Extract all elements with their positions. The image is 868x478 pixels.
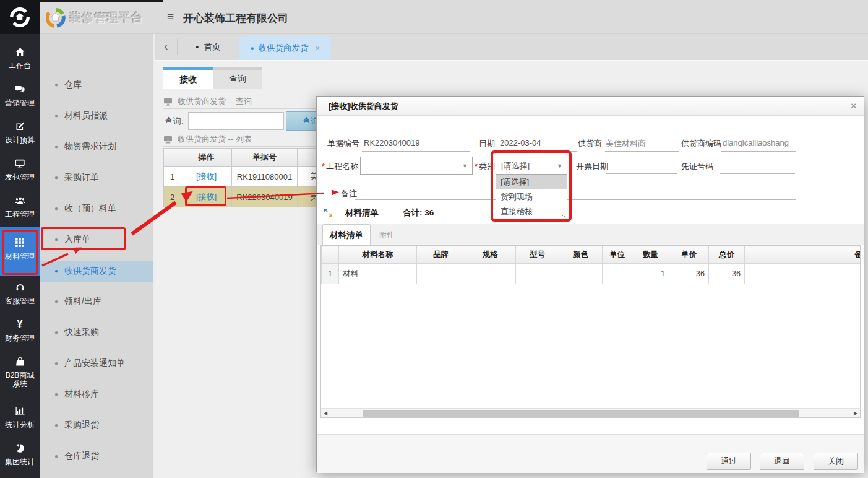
receive-delivery-modal: [接收]收供货商发货 × 单据编号 RK2203040019 日期 2022-0…: [316, 96, 864, 472]
col-material-name: 材料名称: [339, 246, 417, 264]
scrollbar-thumb[interactable]: [363, 410, 799, 417]
option-goods-on-site[interactable]: 货到现场: [496, 189, 567, 204]
icon-sidebar: 工作台 营销管理 设计预算 发包管理 工程管理 材料管理 客服管理 ¥ 财务管理: [0, 0, 40, 478]
chat-icon: [0, 83, 40, 95]
sidebar-item-workbench[interactable]: 工作台: [0, 41, 40, 78]
menu-item-warehouse-return[interactable]: ●仓库退货: [40, 446, 153, 467]
back-chevron-icon[interactable]: ‹: [164, 39, 168, 53]
category-select[interactable]: [请选择] ▼: [496, 157, 567, 175]
query-input[interactable]: [188, 112, 284, 130]
col-total-price: 总价: [709, 246, 745, 264]
close-button[interactable]: 关闭: [814, 453, 858, 470]
materials-header-row: 材料名称 品牌 规格 型号 颜色 单位 数量 单价 总价 备注: [322, 246, 861, 264]
col-doc-no: 单据号: [232, 149, 298, 167]
chevron-down-icon: ▼: [557, 163, 562, 169]
list-section-header: 收供货商发货 -- 列表: [163, 134, 252, 145]
option-please-select[interactable]: [请选择]: [496, 175, 567, 189]
cell-color: [559, 264, 603, 284]
cell-total-price: 36: [709, 264, 745, 284]
sidebar-item-customer-service[interactable]: 客服管理: [0, 276, 40, 313]
supplier-code-label: 供货商编码: [681, 138, 721, 149]
required-asterisk: *: [475, 162, 478, 171]
sidebar-item-design-budget[interactable]: 设计预算: [0, 115, 40, 152]
voucher-no-label: 凭证号码: [681, 161, 713, 172]
sidebar-item-engineering[interactable]: 工程管理: [0, 189, 40, 227]
project-name-select[interactable]: ▼: [360, 157, 473, 175]
bullet-icon: ●: [54, 268, 58, 274]
tab-home[interactable]: ● 首页: [187, 34, 229, 60]
cell-row-num: 1: [322, 264, 339, 284]
material-list-title: 材料清单: [345, 207, 379, 219]
tab-attachments[interactable]: 附件: [372, 224, 401, 246]
menu-item-purchase-return[interactable]: ●采购退货: [40, 415, 153, 436]
materials-table: 材料名称 品牌 规格 型号 颜色 单位 数量 单价 总价 备注 1 材料: [321, 246, 861, 284]
menu-icon[interactable]: ≡: [167, 11, 174, 23]
tab-close-icon[interactable]: ×: [315, 43, 320, 53]
bullet-icon: ●: [54, 453, 58, 459]
platform-name: 装修管理平台: [69, 10, 144, 26]
scroll-right-icon[interactable]: ▶: [851, 409, 860, 417]
tab-material-list[interactable]: 材料清单: [322, 224, 371, 246]
sidebar-item-finance[interactable]: ¥ 财务管理: [0, 313, 40, 350]
sidebar-item-b2b-mall[interactable]: B2B商城系统: [0, 350, 40, 400]
approve-button[interactable]: 通过: [707, 453, 751, 470]
receive-link[interactable]: [接收]: [196, 172, 217, 181]
cell-qty: 1: [632, 264, 669, 284]
remark-input[interactable]: [355, 199, 796, 200]
bullet-icon: ●: [54, 206, 58, 212]
invoice-date-label: 开票日期: [576, 161, 608, 172]
expand-arrows-icon[interactable]: [324, 208, 333, 217]
resize-grip-icon[interactable]: [561, 212, 566, 218]
monitor-icon: [0, 157, 40, 170]
menu-item-quick-purchase[interactable]: ●快速采购: [40, 322, 153, 343]
tab-query[interactable]: 查询: [213, 67, 262, 89]
supplier-code-value: dianqicailiaoshang: [723, 138, 789, 147]
home-icon: [0, 46, 40, 58]
decoration-management-app: 装修管理平台 ≡ 开心装饰工程有限公司 工作台 营销管理 设计预算 发包管理: [0, 0, 868, 478]
menu-item-warehouse[interactable]: ●仓库: [40, 74, 153, 95]
modal-footer: 通过 退回 关闭: [317, 434, 864, 473]
menu-item-inbound-order[interactable]: ●入库单: [40, 229, 153, 250]
menu-sidebar: ●仓库 ●材料员指派 ●物资需求计划 ●采购订单 ●收（预）料单 ●入库单 ●收…: [40, 34, 153, 478]
menu-item-supplier-delivery[interactable]: ●收供货商发货: [40, 261, 153, 282]
menu-item-receive-material-order[interactable]: ●收（预）料单: [40, 198, 153, 219]
col-color: 颜色: [559, 246, 603, 264]
menu-item-material-transfer[interactable]: ●材料移库: [40, 384, 153, 405]
menu-item-material-assign[interactable]: ●材料员指派: [40, 105, 153, 126]
page-tab-bar: ‹ ● 首页 ● 收供货商发货 ×: [153, 34, 868, 60]
project-name-label: *工程名称: [322, 161, 358, 172]
menu-item-install-notice[interactable]: ●产品安装通知单: [40, 353, 153, 374]
sidebar-item-marketing[interactable]: 营销管理: [0, 78, 40, 115]
horizontal-scrollbar[interactable]: ◀ ▶: [321, 408, 860, 417]
platform-logo: 装修管理平台: [40, 2, 153, 34]
query-label: 查询:: [165, 116, 184, 127]
sidebar-item-contracting[interactable]: 发包管理: [0, 152, 40, 189]
material-list-total: 合计: 36: [403, 207, 434, 219]
menu-item-purchase-order[interactable]: ●采购订单: [40, 167, 153, 188]
menu-item-material-outbound[interactable]: ●领料/出库: [40, 291, 153, 312]
sidebar-item-materials[interactable]: 材料管理: [0, 227, 40, 276]
dot-icon: ●: [251, 45, 254, 51]
doc-no-label: 单据编号: [327, 138, 359, 149]
modal-close-icon[interactable]: ×: [851, 101, 856, 111]
receive-link[interactable]: [接收]: [196, 192, 217, 201]
col-brand: 品牌: [417, 246, 465, 264]
invoice-date-input[interactable]: [606, 173, 677, 174]
voucher-no-input[interactable]: [720, 173, 795, 174]
tab-receive[interactable]: 接收: [163, 67, 213, 89]
remark-label: 备注: [341, 188, 357, 199]
menu-item-material-demand-plan[interactable]: ●物资需求计划: [40, 136, 153, 157]
col-remark: 备注: [745, 246, 861, 264]
bullet-icon: ●: [54, 113, 58, 119]
bullet-icon: ●: [54, 422, 58, 428]
scroll-left-icon[interactable]: ◀: [321, 409, 330, 417]
tab-supplier-delivery[interactable]: ● 收供货商发货 ×: [239, 36, 331, 60]
company-title: 开心装饰工程有限公司: [183, 11, 288, 25]
option-direct-audit[interactable]: 直接稽核: [496, 204, 567, 219]
doc-no-value: RK2203040019: [364, 138, 419, 147]
app-logo-square[interactable]: [0, 0, 40, 34]
col-model: 型号: [516, 246, 559, 264]
return-button[interactable]: 退回: [760, 453, 804, 470]
sidebar-item-statistics[interactable]: 统计分析: [0, 400, 40, 437]
sidebar-item-group-stats[interactable]: 集团统计: [0, 437, 40, 474]
